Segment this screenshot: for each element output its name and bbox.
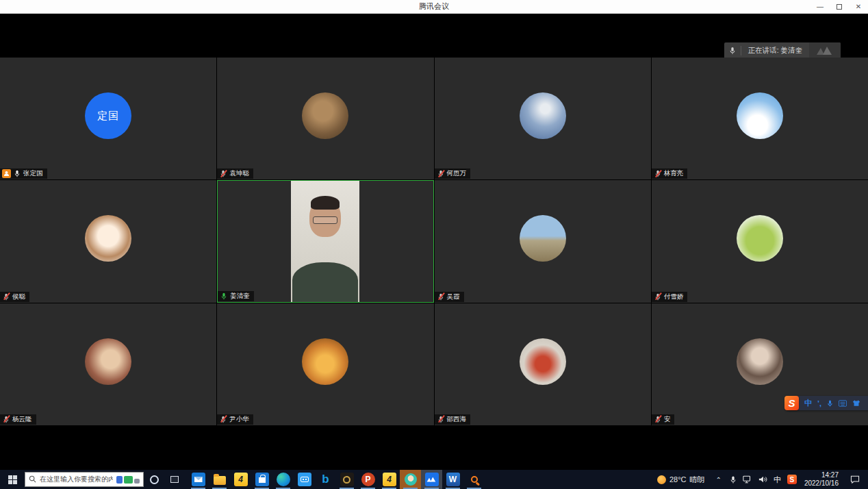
participant-grid: 定国 张定国 袁坤聪 何思万 林育亮	[0, 58, 868, 425]
cortana-button[interactable]	[144, 475, 164, 484]
taskbar-apps: 4 b P 4 W	[188, 470, 485, 489]
tray-mic-icon[interactable]	[730, 475, 737, 484]
participant-tile[interactable]: 杨云隆	[0, 303, 216, 425]
participant-label: 侯聪	[0, 292, 29, 302]
avatar	[520, 338, 566, 385]
download4-icon: 4	[383, 473, 396, 486]
mic-status-icon	[654, 292, 662, 301]
participant-tile[interactable]: 何思万	[435, 58, 651, 179]
participant-name: 付雪娇	[664, 292, 684, 301]
mic-status-icon	[654, 415, 662, 423]
meeting-logo-icon	[809, 42, 841, 59]
taskbar-app-word[interactable]: W	[442, 470, 463, 489]
taskbar-app-bing[interactable]: b	[315, 470, 336, 489]
taskbar-app-store[interactable]	[251, 470, 272, 489]
close-button[interactable]: ✕	[849, 0, 868, 13]
avatar-initials: 定国	[97, 110, 119, 123]
network-icon[interactable]	[743, 475, 752, 484]
ime-indicator[interactable]: 中	[774, 475, 781, 485]
task-view-button[interactable]	[164, 476, 185, 483]
minimize-button[interactable]: —	[810, 0, 830, 13]
volume-icon[interactable]	[758, 475, 767, 484]
weather-desc: 晴朗	[690, 475, 705, 485]
participant-tile[interactable]: 付雪娇	[652, 180, 868, 302]
taskbar-app-mail[interactable]	[188, 470, 209, 489]
taskbar-search-input[interactable]: 在这里输入你要搜索的内容	[25, 472, 144, 487]
participant-label: 张定国	[0, 168, 47, 179]
avatar	[85, 338, 131, 385]
avatar	[737, 92, 783, 139]
microsoft-store-icon	[255, 473, 269, 486]
bing-icon: b	[319, 473, 333, 486]
window-controls: — ✕	[810, 0, 868, 13]
participant-name: 林育亮	[664, 169, 684, 178]
sogou-ime-toolbar[interactable]: S 中 ’,	[787, 396, 868, 410]
participant-name: 安	[664, 415, 671, 424]
soft-keyboard-icon[interactable]	[839, 400, 847, 407]
participant-name: 袁坤聪	[229, 169, 249, 178]
taskbar-app-tencent-meeting[interactable]	[421, 470, 442, 489]
system-tray: 28°C 晴朗 ⌃ 中 S 14:27 2022/10/16	[654, 471, 868, 488]
mic-status-icon	[2, 292, 10, 301]
weather-widget[interactable]: 28°C 晴朗	[654, 475, 708, 485]
participant-name: 侯聪	[12, 292, 25, 301]
start-button[interactable]	[0, 470, 25, 489]
taskbar-app-file-explorer[interactable]	[209, 470, 230, 489]
sogou-logo-icon[interactable]: S	[784, 396, 799, 410]
taskbar-app-game[interactable]	[336, 470, 357, 489]
taskbar-app-search-tool[interactable]	[463, 470, 485, 489]
participant-name: 杨云隆	[12, 415, 32, 424]
edge-icon	[277, 473, 290, 486]
sogou-tray-icon[interactable]: S	[787, 475, 797, 484]
windows-logo-icon	[8, 475, 17, 484]
punctuation-toggle[interactable]: ’,	[817, 399, 821, 408]
mic-status-icon	[654, 170, 662, 178]
action-center-button[interactable]	[846, 475, 864, 484]
avatar	[520, 92, 566, 139]
participant-tile[interactable]: 定国 张定国	[0, 58, 216, 179]
hidden-icons-chevron[interactable]: ⌃	[714, 476, 724, 484]
participant-label: 吴霞	[435, 292, 464, 302]
live-video	[291, 181, 359, 301]
game-center-icon	[340, 473, 354, 486]
taskbar-app-powerpoint[interactable]: P	[357, 470, 379, 489]
restore-icon	[837, 4, 842, 10]
participant-tile[interactable]: 尹小华	[217, 303, 433, 425]
powerpoint-icon: P	[361, 473, 375, 486]
participant-tile[interactable]: 袁坤聪	[217, 58, 433, 179]
taskbar-app-tv[interactable]	[294, 470, 315, 489]
window-title: 腾讯会议	[419, 1, 449, 12]
avatar	[302, 338, 348, 385]
mic-status-icon	[437, 170, 445, 178]
meeting-avatar-icon	[404, 473, 418, 486]
voice-input-icon[interactable]	[827, 399, 833, 408]
window-titlebar: 腾讯会议 — ✕	[0, 0, 868, 14]
weather-temp: 28°C	[669, 475, 687, 484]
video-person-head	[309, 199, 341, 237]
mic-status-icon	[437, 292, 445, 301]
taskbar-app-edge[interactable]	[272, 470, 294, 489]
tray-time: 14:27	[804, 471, 839, 480]
taskbar-app-download4b[interactable]: 4	[379, 470, 400, 489]
participant-tile[interactable]: 邵西海	[435, 303, 651, 425]
skin-icon[interactable]	[852, 399, 860, 407]
search-placeholder: 在这里输入你要搜索的内容	[40, 475, 113, 484]
avatar	[85, 215, 131, 262]
participant-name: 邵西海	[447, 415, 467, 424]
tencent-meeting-icon	[425, 473, 439, 486]
avatar	[737, 338, 783, 385]
participant-tile[interactable]: 侯聪	[0, 180, 216, 302]
participant-label: 安	[652, 414, 675, 425]
ime-mode-toggle[interactable]: 中	[804, 398, 812, 408]
restore-button[interactable]	[830, 0, 849, 13]
clock[interactable]: 14:27 2022/10/16	[803, 471, 840, 488]
participant-tile-active-speaker[interactable]: 姜清奎	[217, 180, 433, 302]
participant-name: 姜清奎	[230, 292, 250, 301]
search-highlight-icons	[116, 476, 140, 484]
speaking-label: 正在讲话: 姜清奎	[741, 46, 809, 55]
participant-label: 林育亮	[652, 168, 688, 179]
participant-tile[interactable]: 林育亮	[652, 58, 868, 179]
taskbar-app-meeting-avatar[interactable]	[400, 470, 421, 489]
participant-tile[interactable]: 吴霞	[435, 180, 651, 302]
taskbar-app-download4[interactable]: 4	[230, 470, 251, 489]
